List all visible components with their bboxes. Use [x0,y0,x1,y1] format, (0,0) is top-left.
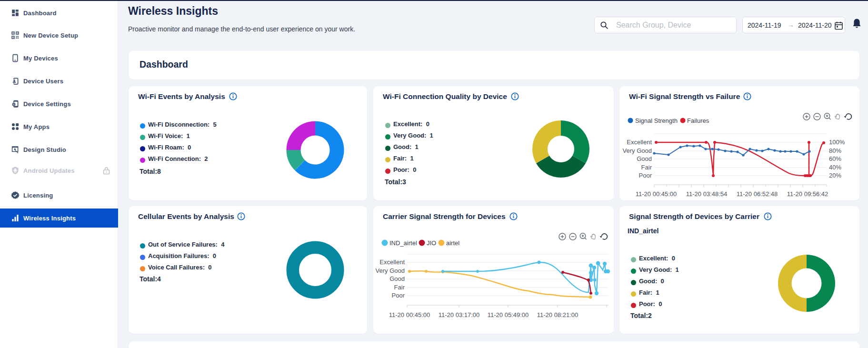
svg-text:Poor: Poor [639,172,652,179]
svg-text:11-20 00:45:00: 11-20 00:45:00 [636,190,677,198]
svg-text:Excellent: Excellent [627,139,652,146]
svg-text:Poor: Poor [392,292,405,299]
svg-text:100%: 100% [829,139,845,146]
svg-text:20%: 20% [829,172,841,179]
svg-text:11-20 03:48:54: 11-20 03:48:54 [686,190,728,198]
svg-text:airtel: airtel [446,239,459,247]
svg-text:11-20 06:52:48: 11-20 06:52:48 [737,190,778,198]
svg-text:JIO: JIO [427,239,436,247]
svg-text:11-20 05:49:00: 11-20 05:49:00 [488,311,529,318]
svg-text:60%: 60% [829,155,841,162]
svg-text:Very Good: Very Good [623,147,652,154]
svg-text:11-20 09:56:42: 11-20 09:56:42 [787,190,828,198]
svg-text:11-20 08:21:00: 11-20 08:21:00 [537,311,579,318]
svg-text:Very Good: Very Good [376,267,405,274]
svg-text:Good: Good [637,155,652,162]
svg-text:Failures: Failures [687,117,709,124]
svg-text:11-20 03:17:00: 11-20 03:17:00 [439,311,480,318]
svg-text:Fair: Fair [394,284,405,291]
svg-text:80%: 80% [829,147,841,154]
svg-text:IND_airtel: IND_airtel [389,239,417,247]
svg-text:Signal Strength: Signal Strength [635,117,678,124]
svg-text:Excellent: Excellent [379,259,405,266]
svg-text:40%: 40% [829,164,841,171]
svg-text:Fair: Fair [641,164,652,171]
svg-text:Good: Good [389,275,405,282]
svg-text:11-20 00:45:00: 11-20 00:45:00 [389,311,430,318]
